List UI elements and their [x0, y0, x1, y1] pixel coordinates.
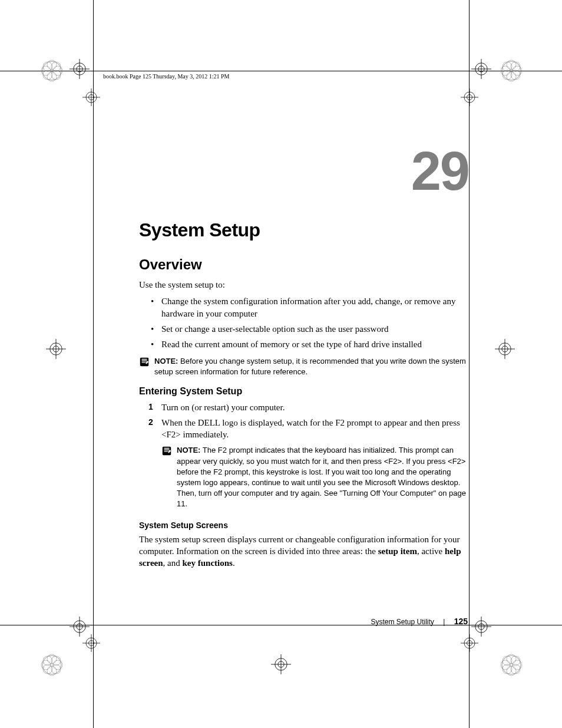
registration-icon: [70, 59, 90, 79]
overview-list: Change the system configuration informat…: [139, 295, 469, 350]
note-block: NOTE: The F2 prompt indicates that the k…: [161, 445, 469, 509]
bold-term: key functions: [182, 558, 232, 568]
note-text: NOTE: The F2 prompt indicates that the k…: [177, 445, 469, 509]
crop-line-right: [469, 0, 470, 728]
note-body: Before you change system setup, it is re…: [154, 357, 466, 376]
text-run: .: [233, 558, 235, 568]
footer-section: System Setup Utility: [371, 618, 434, 626]
note-label: NOTE:: [154, 357, 178, 365]
step-item: When the DELL logo is displayed, watch f…: [161, 417, 469, 441]
section-overview: Overview: [139, 256, 469, 273]
registration-icon: [82, 634, 100, 652]
step-item: Turn on (or restart) your computer.: [161, 401, 469, 413]
registration-icon: [461, 634, 478, 652]
registration-icon: [471, 617, 491, 637]
page-content: 29 System Setup Overview Use the system …: [139, 144, 469, 574]
rosette-icon: [500, 59, 523, 83]
crop-line-left: [93, 0, 94, 728]
chapter-number: 29: [139, 144, 469, 198]
note-body: The F2 prompt indicates that the keyboar…: [177, 446, 466, 508]
overview-intro: Use the system setup to:: [139, 279, 469, 291]
registration-icon: [461, 88, 478, 106]
rosette-icon: [40, 59, 64, 83]
registration-icon: [82, 88, 100, 106]
rosette-icon: [500, 653, 523, 677]
note-icon: [161, 446, 172, 456]
registration-icon: [46, 339, 66, 359]
subheading-screens: System Setup Screens: [139, 521, 469, 530]
note-text: NOTE: Before you change system setup, it…: [154, 356, 469, 377]
rosette-icon: [40, 653, 64, 677]
subheading-entering: Entering System Setup: [139, 386, 469, 397]
note-block: NOTE: Before you change system setup, it…: [139, 356, 469, 377]
registration-icon: [471, 59, 491, 79]
page-number: 125: [454, 617, 468, 626]
list-item: Read the current amount of memory or set…: [161, 338, 469, 350]
text-run: , and: [163, 558, 183, 568]
registration-icon: [495, 339, 515, 359]
footer-separator: |: [443, 618, 445, 626]
text-run: , active: [417, 546, 445, 556]
page-footer: System Setup Utility | 125: [371, 617, 468, 626]
screens-paragraph: The system setup screen displays current…: [139, 533, 469, 569]
note-icon: [139, 357, 150, 367]
bold-term: setup item: [378, 546, 417, 556]
registration-icon: [271, 654, 291, 674]
list-item: Change the system configuration informat…: [161, 295, 469, 319]
running-header: book.book Page 125 Thursday, May 3, 2012…: [103, 73, 229, 80]
registration-icon: [70, 617, 90, 637]
note-label: NOTE:: [177, 446, 200, 454]
chapter-title: System Setup: [139, 219, 469, 241]
list-item: Set or change a user-selectable option s…: [161, 323, 469, 335]
steps-list: Turn on (or restart) your computer. When…: [139, 401, 469, 441]
